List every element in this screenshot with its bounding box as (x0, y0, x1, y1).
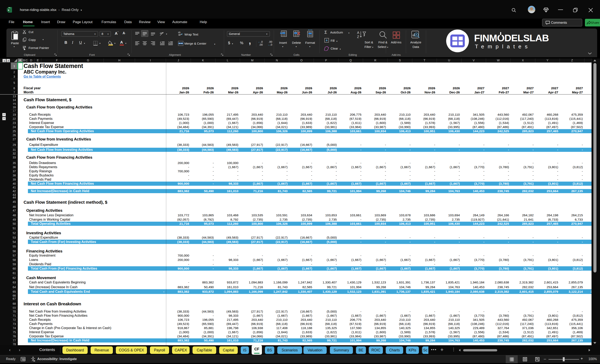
svg-text:ab: ab (160, 32, 162, 34)
svg-text:x: x (8, 9, 9, 12)
svg-text:Z: Z (357, 35, 359, 39)
svg-text:A: A (357, 31, 359, 35)
svg-text:ab: ab (178, 31, 180, 34)
